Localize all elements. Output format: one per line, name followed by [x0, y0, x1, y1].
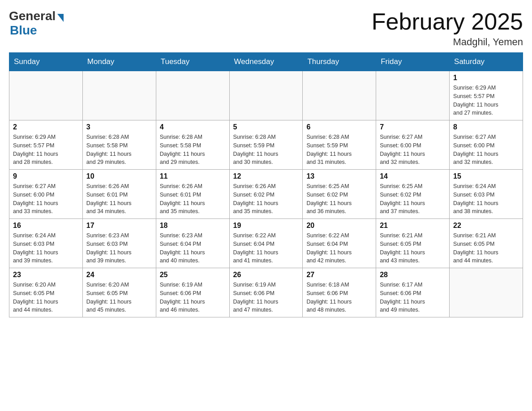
calendar-cell: 13Sunrise: 6:25 AMSunset: 6:02 PMDayligh…	[303, 170, 376, 219]
header-monday: Monday	[82, 53, 156, 71]
calendar-cell: 6Sunrise: 6:28 AMSunset: 5:59 PMDaylight…	[303, 120, 376, 170]
calendar-cell	[82, 71, 156, 120]
day-info: Sunrise: 6:27 AMSunset: 6:00 PMDaylight:…	[380, 133, 446, 167]
calendar-table: SundayMondayTuesdayWednesdayThursdayFrid…	[9, 52, 523, 317]
calendar-cell: 27Sunrise: 6:18 AMSunset: 6:06 PMDayligh…	[303, 268, 376, 317]
day-info: Sunrise: 6:25 AMSunset: 6:02 PMDaylight:…	[380, 182, 446, 216]
calendar-cell: 1Sunrise: 6:29 AMSunset: 5:57 PMDaylight…	[450, 71, 523, 120]
day-info: Sunrise: 6:28 AMSunset: 5:59 PMDaylight:…	[233, 133, 299, 167]
header-wednesday: Wednesday	[229, 53, 303, 71]
title-section: February 2025 Madghil, Yemen	[372, 9, 523, 48]
day-info: Sunrise: 6:25 AMSunset: 6:02 PMDaylight:…	[306, 182, 372, 216]
day-number: 4	[160, 123, 226, 131]
calendar-cell: 23Sunrise: 6:20 AMSunset: 6:05 PMDayligh…	[9, 268, 83, 317]
day-number: 20	[306, 222, 372, 230]
day-number: 13	[306, 172, 372, 180]
day-info: Sunrise: 6:20 AMSunset: 6:05 PMDaylight:…	[13, 281, 79, 314]
day-number: 8	[453, 123, 519, 131]
day-number: 2	[13, 123, 79, 131]
day-info: Sunrise: 6:22 AMSunset: 6:04 PMDaylight:…	[306, 231, 372, 265]
day-number: 3	[86, 123, 152, 131]
day-number: 6	[306, 123, 372, 131]
day-info: Sunrise: 6:26 AMSunset: 6:02 PMDaylight:…	[233, 182, 299, 216]
calendar-subtitle: Madghil, Yemen	[372, 36, 523, 48]
day-info: Sunrise: 6:28 AMSunset: 5:59 PMDaylight:…	[306, 133, 372, 167]
header-tuesday: Tuesday	[156, 53, 229, 71]
day-info: Sunrise: 6:21 AMSunset: 6:05 PMDaylight:…	[380, 231, 446, 265]
day-info: Sunrise: 6:27 AMSunset: 6:00 PMDaylight:…	[13, 182, 79, 216]
day-info: Sunrise: 6:29 AMSunset: 5:57 PMDaylight:…	[13, 133, 79, 167]
calendar-cell: 11Sunrise: 6:26 AMSunset: 6:01 PMDayligh…	[156, 170, 229, 219]
day-info: Sunrise: 6:17 AMSunset: 6:06 PMDaylight:…	[380, 281, 446, 314]
day-info: Sunrise: 6:19 AMSunset: 6:06 PMDaylight:…	[233, 281, 299, 314]
calendar-cell: 21Sunrise: 6:21 AMSunset: 6:05 PMDayligh…	[376, 219, 450, 268]
calendar-week-row: 9Sunrise: 6:27 AMSunset: 6:00 PMDaylight…	[9, 170, 523, 219]
day-number: 22	[453, 222, 519, 230]
day-number: 17	[86, 222, 152, 230]
calendar-cell	[9, 71, 83, 120]
calendar-cell: 16Sunrise: 6:24 AMSunset: 6:03 PMDayligh…	[9, 219, 83, 268]
day-number: 23	[13, 271, 79, 279]
day-number: 1	[453, 74, 519, 82]
calendar-cell: 8Sunrise: 6:27 AMSunset: 6:00 PMDaylight…	[450, 120, 523, 170]
calendar-cell: 10Sunrise: 6:26 AMSunset: 6:01 PMDayligh…	[82, 170, 156, 219]
day-number: 15	[453, 172, 519, 180]
calendar-cell: 22Sunrise: 6:21 AMSunset: 6:05 PMDayligh…	[450, 219, 523, 268]
logo-blue-text: Blue	[10, 23, 37, 38]
calendar-cell: 7Sunrise: 6:27 AMSunset: 6:00 PMDaylight…	[376, 120, 450, 170]
day-info: Sunrise: 6:19 AMSunset: 6:06 PMDaylight:…	[160, 281, 226, 314]
calendar-week-row: 23Sunrise: 6:20 AMSunset: 6:05 PMDayligh…	[9, 268, 523, 317]
calendar-cell: 25Sunrise: 6:19 AMSunset: 6:06 PMDayligh…	[156, 268, 229, 317]
day-info: Sunrise: 6:28 AMSunset: 5:58 PMDaylight:…	[160, 133, 226, 167]
logo-general-text: General	[9, 9, 56, 23]
calendar-cell	[156, 71, 229, 120]
calendar-cell	[229, 71, 303, 120]
header-thursday: Thursday	[303, 53, 376, 71]
day-number: 26	[233, 271, 299, 279]
calendar-cell: 12Sunrise: 6:26 AMSunset: 6:02 PMDayligh…	[229, 170, 303, 219]
calendar-cell: 9Sunrise: 6:27 AMSunset: 6:00 PMDaylight…	[9, 170, 83, 219]
day-info: Sunrise: 6:24 AMSunset: 6:03 PMDaylight:…	[453, 182, 519, 216]
calendar-cell: 20Sunrise: 6:22 AMSunset: 6:04 PMDayligh…	[303, 219, 376, 268]
day-info: Sunrise: 6:23 AMSunset: 6:03 PMDaylight:…	[86, 231, 152, 265]
day-info: Sunrise: 6:28 AMSunset: 5:58 PMDaylight:…	[86, 133, 152, 167]
calendar-title: February 2025	[372, 9, 523, 34]
day-number: 19	[233, 222, 299, 230]
calendar-cell: 5Sunrise: 6:28 AMSunset: 5:59 PMDaylight…	[229, 120, 303, 170]
calendar-cell: 3Sunrise: 6:28 AMSunset: 5:58 PMDaylight…	[82, 120, 156, 170]
day-number: 16	[13, 222, 79, 230]
calendar-cell	[450, 268, 523, 317]
day-number: 10	[86, 172, 152, 180]
logo: General Blue	[9, 9, 64, 38]
logo-arrow-icon	[57, 14, 64, 22]
calendar-cell: 2Sunrise: 6:29 AMSunset: 5:57 PMDaylight…	[9, 120, 83, 170]
calendar-week-row: 16Sunrise: 6:24 AMSunset: 6:03 PMDayligh…	[9, 219, 523, 268]
header-sunday: Sunday	[9, 53, 83, 71]
day-number: 9	[13, 172, 79, 180]
calendar-cell	[303, 71, 376, 120]
day-number: 18	[160, 222, 226, 230]
day-info: Sunrise: 6:21 AMSunset: 6:05 PMDaylight:…	[453, 231, 519, 265]
day-number: 7	[380, 123, 446, 131]
header-saturday: Saturday	[450, 53, 523, 71]
calendar-cell: 24Sunrise: 6:20 AMSunset: 6:05 PMDayligh…	[82, 268, 156, 317]
calendar-cell: 19Sunrise: 6:22 AMSunset: 6:04 PMDayligh…	[229, 219, 303, 268]
day-number: 27	[306, 271, 372, 279]
calendar-cell: 18Sunrise: 6:23 AMSunset: 6:04 PMDayligh…	[156, 219, 229, 268]
day-number: 28	[380, 271, 446, 279]
day-number: 14	[380, 172, 446, 180]
calendar-cell	[376, 71, 450, 120]
day-info: Sunrise: 6:20 AMSunset: 6:05 PMDaylight:…	[86, 281, 152, 314]
page-header: General Blue February 2025 Madghil, Yeme…	[9, 9, 523, 48]
calendar-cell: 28Sunrise: 6:17 AMSunset: 6:06 PMDayligh…	[376, 268, 450, 317]
calendar-week-row: 2Sunrise: 6:29 AMSunset: 5:57 PMDaylight…	[9, 120, 523, 170]
day-info: Sunrise: 6:26 AMSunset: 6:01 PMDaylight:…	[160, 182, 226, 216]
day-number: 5	[233, 123, 299, 131]
day-number: 12	[233, 172, 299, 180]
calendar-cell: 4Sunrise: 6:28 AMSunset: 5:58 PMDaylight…	[156, 120, 229, 170]
calendar-week-row: 1Sunrise: 6:29 AMSunset: 5:57 PMDaylight…	[9, 71, 523, 120]
day-info: Sunrise: 6:27 AMSunset: 6:00 PMDaylight:…	[453, 133, 519, 167]
day-number: 24	[86, 271, 152, 279]
day-number: 25	[160, 271, 226, 279]
calendar-cell: 14Sunrise: 6:25 AMSunset: 6:02 PMDayligh…	[376, 170, 450, 219]
